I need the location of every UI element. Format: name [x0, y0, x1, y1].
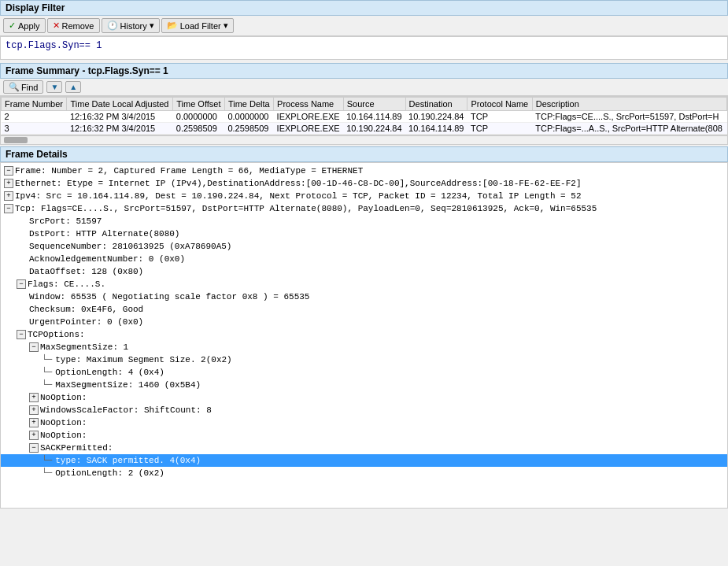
detail-text: MaxSegmentSize: 1 [40, 341, 128, 353]
table-cell: TCP:Flags=...A..S., SrcPort=HTTP Alterna… [532, 123, 726, 135]
history-dropdown-icon: ▾ [150, 20, 154, 31]
detail-line[interactable]: +Ethernet: Etype = Internet IP (IPv4),De… [1, 177, 727, 190]
frame-details-header: Frame Details [0, 146, 728, 162]
detail-text: MaxSegmentSize: 1460 (0x5B4) [55, 379, 201, 391]
detail-line[interactable]: SequenceNumber: 2810613925 (0xA78690A5) [1, 240, 727, 253]
detail-line[interactable]: DataOffset: 128 (0x80) [1, 265, 727, 278]
filter-value-text: tcp.Flags.Syn== 1 [6, 40, 102, 51]
table-cell: 12:16:32 PM 3/4/2015 [67, 111, 173, 123]
col-source: Source [343, 98, 405, 111]
col-time-offset: Time Offset [173, 98, 225, 111]
expand-icon[interactable]: + [29, 405, 39, 415]
load-filter-dropdown-icon: ▾ [224, 20, 228, 31]
col-time-delta: Time Delta [224, 98, 273, 111]
packet-table-container: Frame Number Time Date Local Adjusted Ti… [0, 96, 728, 135]
history-icon: 🕐 [107, 20, 118, 31]
detail-line[interactable]: └─type: SACK permitted. 4(0x4) [1, 454, 727, 467]
table-cell: 0.0000000 [173, 111, 225, 123]
detail-text: SequenceNumber: 2810613925 (0xA78690A5) [29, 240, 231, 253]
find-label: Find [21, 83, 38, 92]
arrow-down-button[interactable]: ▼ [46, 81, 62, 93]
expand-icon[interactable]: − [4, 166, 13, 176]
detail-line[interactable]: +WindowsScaleFactor: ShiftCount: 8 [1, 404, 727, 416]
apply-button[interactable]: ✓ Apply [3, 18, 46, 33]
table-row[interactable]: 212:16:32 PM 3/4/20150.00000000.0000000I… [2, 111, 727, 123]
remove-icon: ✕ [53, 20, 60, 31]
apply-label: Apply [18, 21, 40, 31]
table-row[interactable]: 312:16:32 PM 3/4/20150.25985090.2598509I… [2, 123, 727, 135]
detail-text: NoOption: [40, 429, 87, 442]
history-button[interactable]: 🕐 History ▾ [102, 18, 160, 33]
expand-icon[interactable]: + [29, 418, 39, 427]
load-filter-label: Load Filter [180, 21, 221, 31]
bullet-icon: └─ [42, 467, 52, 479]
detail-text: SrcPort: 51597 [29, 215, 102, 228]
expand-icon[interactable]: − [17, 279, 26, 289]
table-cell: IEXPLORE.EXE [274, 111, 344, 123]
col-description: Description [532, 98, 726, 111]
table-cell: 0.2598509 [173, 123, 225, 135]
col-time: Time Date Local Adjusted [67, 98, 173, 111]
detail-line[interactable]: └─OptionLength: 2 (0x2) [1, 467, 727, 479]
detail-line[interactable]: UrgentPointer: 0 (0x0) [1, 316, 727, 328]
table-cell: TCP:Flags=CE....S., SrcPort=51597, DstPo… [532, 111, 726, 123]
load-filter-button[interactable]: 📂 Load Filter ▾ [161, 18, 234, 33]
detail-text: Ipv4: Src = 10.164.114.89, Dest = 10.190… [15, 190, 582, 202]
filter-input-display: tcp.Flags.Syn== 1 [0, 36, 728, 60]
detail-line[interactable]: DstPort: HTTP Alternate(8080) [1, 228, 727, 240]
frame-details-title: Frame Details [6, 149, 68, 160]
table-cell: 10.164.114.89 [343, 111, 405, 123]
table-cell: 0.2598509 [224, 123, 273, 135]
remove-label: Remove [62, 21, 94, 31]
detail-line[interactable]: +NoOption: [1, 391, 727, 404]
table-cell: TCP [467, 123, 532, 135]
detail-line[interactable]: −Tcp: Flags=CE....S., SrcPort=51597, Dst… [1, 202, 727, 215]
find-button[interactable]: 🔍 Find [3, 80, 43, 94]
frame-summary-title: Frame Summary - tcp.Flags.Syn== 1 [6, 65, 168, 76]
arrow-up-button[interactable]: ▲ [65, 81, 81, 93]
col-destination: Destination [405, 98, 467, 111]
load-filter-icon: 📂 [167, 20, 178, 31]
frame-summary-header: Frame Summary - tcp.Flags.Syn== 1 [0, 63, 728, 79]
find-icon: 🔍 [9, 82, 20, 92]
display-filter-title: Display Filter [6, 2, 65, 13]
expand-icon[interactable]: + [29, 393, 39, 402]
horizontal-scrollbar[interactable] [0, 135, 728, 145]
expand-icon[interactable]: + [4, 179, 13, 188]
detail-line[interactable]: −Frame: Number = 2, Captured Frame Lengt… [1, 165, 727, 177]
detail-text: type: Maximum Segment Size. 2(0x2) [55, 353, 231, 366]
detail-line[interactable]: Window: 65535 ( Negotiating scale factor… [1, 290, 727, 303]
detail-line[interactable]: +Ipv4: Src = 10.164.114.89, Dest = 10.19… [1, 190, 727, 202]
detail-text: NoOption: [40, 391, 87, 404]
detail-text: OptionLength: 2 (0x2) [55, 467, 164, 479]
detail-text: WindowsScaleFactor: ShiftCount: 8 [40, 404, 212, 416]
history-label: History [120, 21, 147, 31]
expand-icon[interactable]: − [29, 342, 39, 352]
detail-line[interactable]: Checksum: 0xE4F6, Good [1, 303, 727, 316]
expand-icon[interactable]: + [29, 431, 39, 440]
detail-text: NoOption: [40, 416, 87, 429]
frame-details-area: −Frame: Number = 2, Captured Frame Lengt… [0, 162, 728, 509]
detail-line[interactable]: −Flags: CE....S. [1, 278, 727, 290]
expand-icon[interactable]: − [29, 443, 39, 453]
detail-line[interactable]: −TCPOptions: [1, 328, 727, 341]
detail-line[interactable]: −SACKPermitted: [1, 442, 727, 454]
detail-line[interactable]: +NoOption: [1, 429, 727, 442]
expand-icon[interactable]: − [4, 204, 13, 213]
detail-line[interactable]: AcknowledgementNumber: 0 (0x0) [1, 253, 727, 265]
detail-line[interactable]: └─OptionLength: 4 (0x4) [1, 366, 727, 379]
remove-button[interactable]: ✕ Remove [47, 18, 100, 33]
detail-line[interactable]: +NoOption: [1, 416, 727, 429]
detail-line[interactable]: −MaxSegmentSize: 1 [1, 341, 727, 353]
detail-text: Frame: Number = 2, Captured Frame Length… [15, 165, 363, 177]
detail-text: DstPort: HTTP Alternate(8080) [29, 228, 179, 240]
expand-icon[interactable]: − [17, 330, 26, 339]
table-cell: 10.190.224.84 [343, 123, 405, 135]
display-filter-header: Display Filter [0, 0, 728, 16]
expand-icon[interactable]: + [4, 191, 13, 201]
detail-text: UrgentPointer: 0 (0x0) [29, 316, 143, 328]
detail-line[interactable]: └─type: Maximum Segment Size. 2(0x2) [1, 353, 727, 366]
display-filter-toolbar: ✓ Apply ✕ Remove 🕐 History ▾ 📂 Load Filt… [0, 16, 728, 36]
detail-line[interactable]: └─MaxSegmentSize: 1460 (0x5B4) [1, 379, 727, 391]
detail-line[interactable]: SrcPort: 51597 [1, 215, 727, 228]
